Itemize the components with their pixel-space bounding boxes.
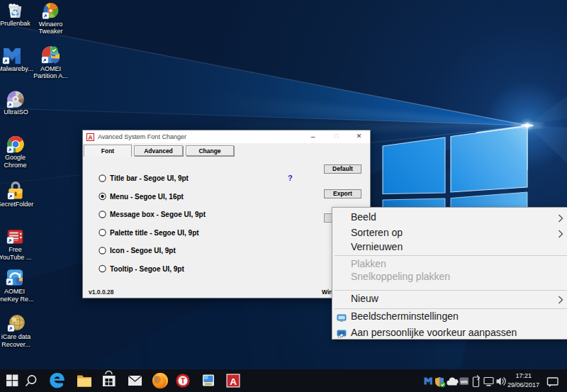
svg-text:A: A (230, 376, 237, 387)
svg-text:A: A (88, 134, 93, 141)
svg-text:T: T (181, 377, 185, 385)
svg-text:vm: vm (461, 379, 468, 384)
